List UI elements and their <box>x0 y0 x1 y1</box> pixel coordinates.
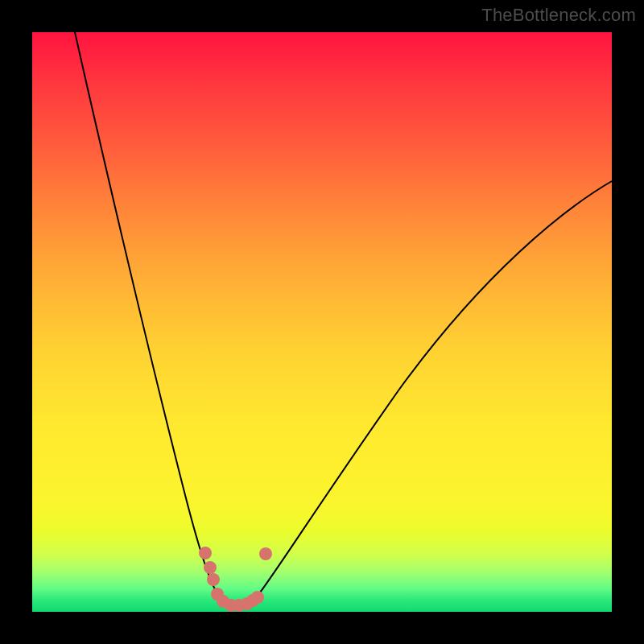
watermark-text: TheBottleneck.com <box>481 5 636 26</box>
dot <box>207 573 220 586</box>
dot-cluster <box>199 547 272 612</box>
dot <box>259 547 272 560</box>
plot-area <box>32 32 612 612</box>
chart-canvas: TheBottleneck.com <box>0 0 644 644</box>
dot <box>199 547 212 559</box>
dot <box>204 561 217 574</box>
dot <box>251 591 264 604</box>
curve-right-branch <box>258 181 612 596</box>
curve-layer <box>32 32 612 612</box>
curve-left-branch <box>75 32 219 596</box>
